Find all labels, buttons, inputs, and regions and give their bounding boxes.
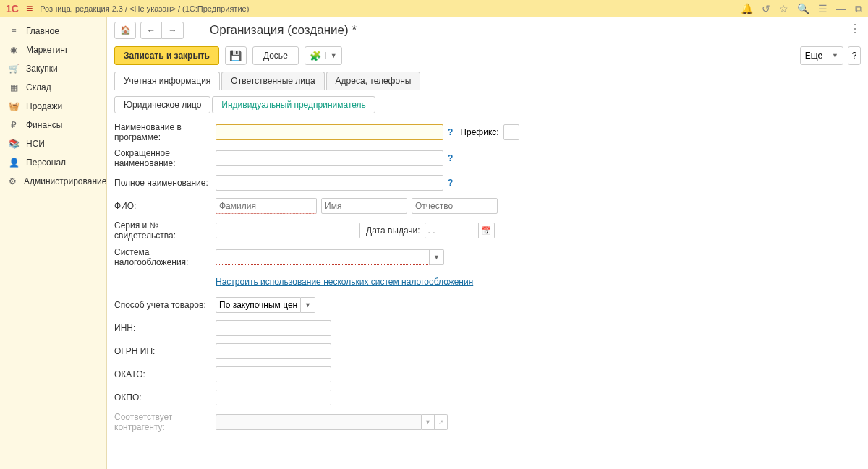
kebab-menu-icon[interactable]: ⋮ [849,22,861,35]
name-in-program-label: Наименование в программе: [114,122,216,142]
books-icon: 📚 [9,139,19,149]
caret-down-icon: ▼ [326,52,341,59]
help-icon[interactable]: ? [448,153,453,163]
inn-label: ИНН: [114,323,216,333]
sidebar-label: Маркетинг [26,45,68,55]
pie-chart-icon: 🧩 [305,51,326,61]
configure-tax-link[interactable]: Настроить использование нескольких систе… [216,277,473,287]
short-name-input[interactable] [216,150,443,166]
name-input[interactable] [321,198,407,214]
more-button[interactable]: Еще ▼ [800,46,843,65]
page-title: Организация (создание) * [210,23,357,38]
certificate-input[interactable] [216,223,360,238]
okato-input[interactable] [216,366,331,382]
surname-input[interactable] [216,198,317,214]
tax-system-label: Система налогообложения: [114,247,216,267]
issue-date-label: Дата выдачи: [366,225,420,236]
search-icon[interactable]: 🔍 [797,3,809,14]
star-icon[interactable]: ☆ [779,3,788,14]
save-and-close-button[interactable]: Записать и закрыть [114,46,219,65]
sidebar-item-nsi[interactable]: 📚НСИ [0,134,106,153]
sidebar-item-finance[interactable]: ₽Финансы [0,116,106,134]
sidebar: ≡Главное ◉Маркетинг 🛒Закупки ▦Склад 🧺Про… [0,17,107,469]
dropdown-button[interactable]: ▼ [430,249,444,265]
sidebar-label: Продажи [26,101,62,111]
sidebar-label: Главное [26,26,59,36]
issue-date-input[interactable] [425,223,479,238]
globe-icon: ◉ [9,45,19,55]
accounting-method-input[interactable] [216,297,301,313]
okpo-label: ОКПО: [114,392,216,403]
open-button: ↗ [435,414,448,430]
restore-icon[interactable]: ⧉ [855,3,862,15]
sidebar-item-purchases[interactable]: 🛒Закупки [0,59,106,78]
history-icon[interactable]: ↺ [762,3,770,14]
cart-icon: 🛒 [9,64,19,74]
back-button[interactable]: ← [140,22,162,39]
forward-button[interactable]: → [162,22,184,39]
name-in-program-input[interactable] [216,124,443,140]
counterparty-input [216,414,422,430]
sidebar-label: Финансы [26,120,62,130]
tax-system-input[interactable] [216,249,430,265]
floppy-icon: 💾 [229,50,242,61]
grid-icon: ▦ [9,82,19,92]
minimize-icon[interactable]: — [836,3,846,14]
sidebar-item-warehouse[interactable]: ▦Склад [0,78,106,97]
gear-icon: ⚙ [9,176,17,186]
prefix-label: Префикс: [460,127,498,137]
okato-label: ОКАТО: [114,369,216,379]
caret-down-icon: ▼ [827,52,843,59]
chart-dropdown-button[interactable]: 🧩 ▼ [305,46,342,65]
sidebar-item-main[interactable]: ≡Главное [0,22,106,40]
sidebar-label: Администрирование [24,176,106,186]
help-button[interactable]: ? [848,46,861,65]
help-icon[interactable]: ? [448,127,453,137]
patronymic-input[interactable] [412,198,498,214]
logo-1c: 1С [6,3,19,14]
sidebar-label: Склад [26,82,51,92]
calendar-button[interactable]: 📅 [479,223,495,238]
sidebar-label: Персонал [26,158,66,168]
sidebar-item-sales[interactable]: 🧺Продажи [0,97,106,116]
sidebar-item-marketing[interactable]: ◉Маркетинг [0,40,106,59]
certificate-label: Серия и № свидетельства: [114,220,216,241]
help-icon[interactable]: ? [448,178,453,188]
prefix-input[interactable] [503,124,519,140]
bell-icon[interactable]: 🔔 [741,3,753,14]
short-name-label: Сокращенное наименование: [114,148,216,168]
subtab-individual[interactable]: Индивидуальный предприниматель [212,96,375,113]
list-icon: ≡ [9,26,19,36]
fio-label: ФИО: [114,201,216,211]
okpo-input[interactable] [216,390,331,405]
tab-addresses[interactable]: Адреса, телефоны [326,72,421,90]
more-label: Еще [801,51,827,61]
home-button[interactable]: 🏠 [114,22,136,39]
tab-account-info[interactable]: Учетная информация [114,72,220,90]
save-button[interactable]: 💾 [225,46,247,65]
full-name-label: Полное наименование: [114,178,216,188]
sidebar-item-personnel[interactable]: 👤Персонал [0,153,106,172]
sidebar-item-admin[interactable]: ⚙Администрирование [0,172,106,191]
dropdown-button: ▼ [422,414,435,430]
basket-icon: 🧺 [9,101,19,111]
tab-responsible[interactable]: Ответственные лица [221,72,324,90]
filter-icon[interactable]: ☰ [818,3,827,14]
full-name-input[interactable] [216,175,443,191]
ogrn-input[interactable] [216,343,331,359]
dossier-button[interactable]: Досье [252,46,299,65]
ogrn-label: ОГРН ИП: [114,346,216,356]
breadcrumb: Розница, редакция 2.3 / <Не указан> / (1… [40,4,249,13]
inn-input[interactable] [216,320,331,336]
sidebar-label: НСИ [26,139,45,149]
accounting-method-label: Способ учета товаров: [114,300,216,310]
person-icon: 👤 [9,158,19,168]
subtab-legal-entity[interactable]: Юридическое лицо [114,96,210,113]
counterparty-label: Соответствует контрагенту: [114,412,216,432]
hamburger-icon[interactable]: ≡ [26,2,33,15]
dropdown-button[interactable]: ▼ [301,297,315,313]
sidebar-label: Закупки [26,64,58,74]
ruble-icon: ₽ [9,120,19,130]
